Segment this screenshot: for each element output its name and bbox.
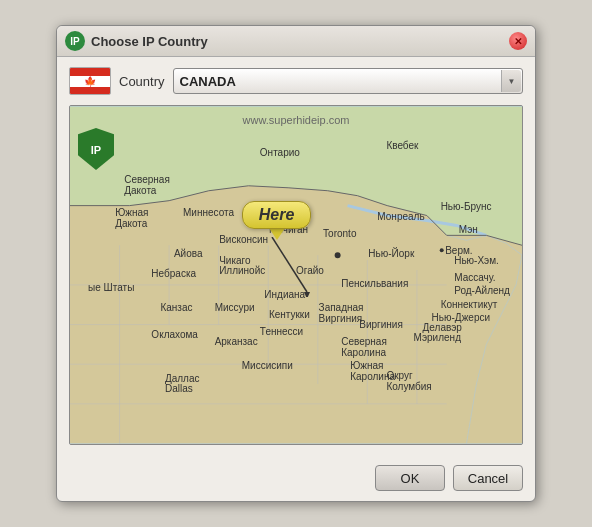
map-container: www.superhideip.com IP Here: [69, 105, 523, 445]
map-label-connecticut: Коннектикут: [441, 299, 498, 310]
country-select-wrapper[interactable]: CANADA ▼: [173, 68, 523, 94]
map-label-kansas: Канзас: [160, 302, 192, 313]
map-label-tennessee: Теннесси: [260, 326, 303, 337]
map-label-illinois: Иллинойс: [219, 265, 265, 276]
dialog-title-left: IP Choose IP Country: [65, 31, 208, 51]
dialog-titlebar: IP Choose IP Country ✕: [57, 26, 535, 57]
country-label: Country: [119, 74, 165, 89]
map-label-north-carolina: СевернаяКаролина: [341, 336, 387, 358]
map-label-chicago: Чикаго: [219, 255, 250, 266]
map-label-missouri: Миссури: [215, 302, 255, 313]
ip-shield-logo: IP: [78, 128, 114, 170]
map-label-new-york: Нью-Йорк: [368, 248, 414, 259]
map-label-iowa: Айова: [174, 248, 203, 259]
map-label-virginia: Виргиния: [359, 319, 403, 330]
country-select-box[interactable]: CANADA: [173, 68, 523, 94]
choose-ip-country-dialog: IP Choose IP Country ✕ 🍁 Country CANADA …: [56, 25, 536, 502]
here-bubble: Here: [242, 201, 312, 229]
map-watermark: www.superhideip.com: [243, 114, 350, 126]
svg-line-19: [272, 237, 307, 292]
map-label-rhode-island: Род-Айленд: [454, 285, 510, 296]
map-label-west-virginia: ЗападнаяВиргиния: [319, 302, 364, 324]
flag-white: 🍁: [70, 76, 110, 87]
map-label-ontario: Онтарио: [260, 147, 300, 158]
dialog-footer: OK Cancel: [57, 457, 535, 501]
svg-point-18: [440, 248, 444, 252]
svg-marker-20: [304, 292, 310, 297]
map-label-kentucky: Кентукки: [269, 309, 310, 320]
canada-flag: 🍁: [69, 67, 111, 95]
map-label-montreal: Монреаль: [377, 211, 424, 222]
here-label: Here: [259, 206, 295, 223]
app-icon: IP: [65, 31, 85, 51]
map-label-nebraska: Небраска: [151, 268, 196, 279]
map-label-dallas-en: Dallas: [165, 383, 193, 394]
map-label-new-brunswick: Нью-Брунс: [441, 201, 492, 212]
map-label-dc-columbia: ОкругКолумбия: [386, 370, 431, 392]
map-label-maine: Мэн: [459, 224, 478, 235]
here-tooltip: Here: [242, 201, 312, 240]
flag-red-top: [70, 68, 110, 76]
map-label-oklahoma: Оклахома: [151, 329, 198, 340]
maple-leaf-icon: 🍁: [84, 76, 96, 87]
select-dropdown-arrow[interactable]: ▼: [501, 70, 521, 92]
map-label-north-dakota: СевернаяДакота: [124, 174, 170, 196]
map-label-mississippi: Миссисипи: [242, 360, 293, 371]
map-label-new-hampshire: Нью-Хэм.: [454, 255, 499, 266]
cancel-button[interactable]: Cancel: [453, 465, 523, 491]
flag-red-bottom: [70, 87, 110, 95]
map-label-quebec: Квебек: [386, 140, 418, 151]
map-label-pennsylvania: Пенсильвания: [341, 278, 408, 289]
map-label-massachusetts: Массачу.: [454, 272, 495, 283]
ok-button[interactable]: OK: [375, 465, 445, 491]
dialog-title: Choose IP Country: [91, 34, 208, 49]
close-button[interactable]: ✕: [509, 32, 527, 50]
here-arrow-svg: [262, 237, 342, 297]
dialog-body: 🍁 Country CANADA ▼: [57, 57, 535, 457]
map-label-minnesota: Миннесота: [183, 207, 234, 218]
map-label-upper-states: ые Штаты: [88, 282, 134, 293]
map-label-south-dakota: ЮжнаяДакота: [115, 207, 148, 229]
map-label-maryland: Мэриленд: [414, 332, 461, 343]
map-label-arkansas: Арканзас: [215, 336, 258, 347]
country-row: 🍁 Country CANADA ▼: [69, 67, 523, 95]
